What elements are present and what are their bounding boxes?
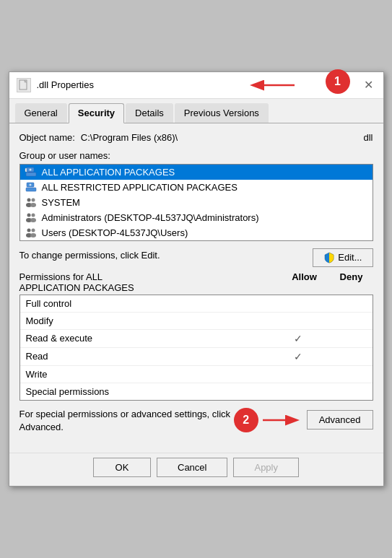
perm-row-special: Special permissions bbox=[20, 383, 373, 400]
advanced-button[interactable]: Advanced bbox=[307, 410, 373, 430]
group-icon-0 bbox=[25, 167, 38, 177]
object-name-ext: dll bbox=[363, 132, 373, 143]
perm-allow-2: ✓ bbox=[273, 333, 323, 344]
list-item-name-1: ALL RESTRICTED APPLICATION PACKAGES bbox=[42, 182, 238, 193]
permissions-header: Permissions for ALLAPPLICATION PACKAGES … bbox=[19, 271, 373, 293]
svg-point-20 bbox=[27, 229, 30, 232]
perm-name-5: Special permissions bbox=[26, 386, 273, 397]
shield-icon bbox=[323, 252, 335, 263]
perm-name-0: Full control bbox=[26, 298, 273, 309]
step1-arrow bbox=[248, 78, 298, 92]
tab-security[interactable]: Security bbox=[69, 103, 124, 123]
list-item-name-0: ALL APPLICATION PACKAGES bbox=[42, 167, 175, 178]
perm-name-1: Modify bbox=[26, 315, 273, 326]
group-list-box: ALL APPLICATION PACKAGES ALL RESTRICTED … bbox=[19, 164, 373, 241]
object-name-value: C:\Program Files (x86)\ bbox=[81, 132, 178, 143]
object-name-row: Object name: C:\Program Files (x86)\ dll bbox=[19, 132, 373, 143]
permissions-for-label: Permissions for ALLAPPLICATION PACKAGES bbox=[19, 271, 279, 293]
group-icon-3 bbox=[25, 212, 38, 222]
apply-button[interactable]: Apply bbox=[233, 458, 299, 477]
svg-point-19 bbox=[30, 218, 36, 222]
step2-arrow bbox=[261, 413, 301, 427]
step2-circle: 2 bbox=[234, 408, 258, 432]
perm-name-4: Write bbox=[26, 369, 273, 380]
cancel-button[interactable]: Cancel bbox=[157, 458, 227, 477]
svg-point-10 bbox=[29, 184, 31, 186]
tab-general[interactable]: General bbox=[15, 103, 67, 123]
list-item[interactable]: SYSTEM bbox=[20, 195, 373, 210]
perm-row-modify: Modify bbox=[20, 313, 373, 330]
list-item[interactable]: Administrators (DESKTOP-4L537JQ\Administ… bbox=[20, 210, 373, 225]
svg-rect-11 bbox=[26, 188, 36, 191]
tab-previous-versions[interactable]: Previous Versions bbox=[175, 103, 269, 123]
perm-deny-header: Deny bbox=[330, 271, 373, 293]
advanced-section: For special permissions or advanced sett… bbox=[19, 408, 373, 434]
edit-button[interactable]: Edit... bbox=[313, 248, 373, 267]
dialog-window: .dll Properties 1 ✕ General Security Det… bbox=[9, 71, 384, 487]
perm-name-2: Read & execute bbox=[26, 333, 273, 344]
svg-point-16 bbox=[27, 214, 30, 217]
title-bar: .dll Properties 1 ✕ bbox=[9, 72, 383, 99]
tab-details[interactable]: Details bbox=[126, 103, 173, 123]
list-item[interactable]: Users (DESKTOP-4L537JQ\Users) bbox=[20, 225, 373, 240]
svg-point-18 bbox=[31, 214, 35, 217]
perm-allow-header: Allow bbox=[279, 271, 330, 293]
svg-point-15 bbox=[30, 203, 36, 207]
group-icon-1 bbox=[25, 182, 38, 192]
tab-bar: General Security Details Previous Versio… bbox=[9, 99, 383, 123]
step1-circle: 1 bbox=[326, 69, 350, 94]
list-item[interactable]: ALL APPLICATION PACKAGES bbox=[20, 165, 373, 180]
perm-allow-3: ✓ bbox=[273, 351, 323, 362]
group-icon-2 bbox=[25, 197, 38, 207]
list-item-name-4: Users (DESKTOP-4L537JQ\Users) bbox=[42, 227, 188, 238]
ok-button[interactable]: OK bbox=[93, 458, 151, 477]
svg-point-22 bbox=[31, 229, 35, 232]
dialog-title: .dll Properties bbox=[37, 79, 94, 90]
perm-name-3: Read bbox=[26, 351, 273, 362]
perm-row-readexecute: Read & execute ✓ bbox=[20, 330, 373, 348]
advanced-text: For special permissions or advanced sett… bbox=[19, 408, 234, 434]
svg-point-14 bbox=[31, 199, 35, 202]
close-button[interactable]: ✕ bbox=[360, 77, 378, 94]
file-icon bbox=[17, 78, 31, 92]
list-item-name-3: Administrators (DESKTOP-4L537JQ\Administ… bbox=[42, 212, 259, 223]
list-item-name-2: SYSTEM bbox=[42, 197, 80, 208]
permissions-table: Full control Modify Read & execute ✓ Rea… bbox=[19, 295, 373, 401]
svg-point-7 bbox=[29, 169, 31, 171]
tab-content: Object name: C:\Program Files (x86)\ dll… bbox=[9, 123, 383, 453]
edit-button-label: Edit... bbox=[338, 252, 362, 263]
group-section-label: Group or user names: bbox=[19, 150, 373, 161]
change-permissions-text: To change permissions, click Edit. bbox=[19, 250, 160, 261]
bottom-buttons: OK Cancel Apply bbox=[9, 453, 383, 486]
object-name-label: Object name: bbox=[19, 132, 75, 143]
svg-point-23 bbox=[30, 233, 36, 237]
svg-rect-8 bbox=[26, 173, 36, 176]
group-icon-4 bbox=[25, 227, 38, 237]
svg-point-12 bbox=[27, 199, 30, 202]
perm-row-fullcontrol: Full control bbox=[20, 295, 373, 313]
list-item[interactable]: ALL RESTRICTED APPLICATION PACKAGES bbox=[20, 180, 373, 195]
perm-row-read: Read ✓ bbox=[20, 348, 373, 366]
perm-row-write: Write bbox=[20, 366, 373, 383]
